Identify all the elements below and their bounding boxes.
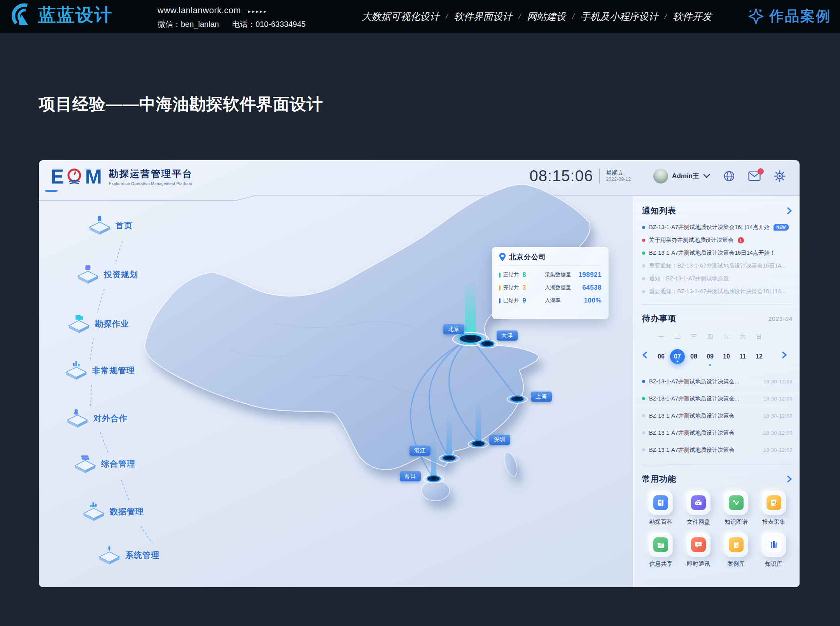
stat-lake-rate: 入湖率 100% [545,297,602,304]
calendar-next-icon[interactable] [782,351,787,359]
status-dot [642,226,645,229]
notification-row[interactable]: 通知：BZ-13-1-A7井测试地质设 [642,272,793,285]
todos-title: 待办事项 [642,313,676,324]
todo-row[interactable]: BZ-13-1-A7井测试地质设计决策会 10:30-12:00 [642,441,793,458]
taiwan-island [502,451,520,478]
fn-encyclopedia[interactable]: 勘探百科 [642,491,680,526]
fn-report-collect[interactable]: 报表采集 [755,491,793,526]
site-nav: 大数据可视化设计 / 软件界面设计 / 网站建设 / 手机及小程序设计 / 软件… [362,0,712,33]
section-divider [642,304,793,304]
site-info: www.lanlanwork.com ▸▸▸▸▸ 微信：ben_lanlan 电… [158,5,306,30]
city-label-shanghai[interactable]: 上海 [531,392,552,402]
mail-icon[interactable] [748,171,761,181]
fn-file-drive[interactable]: 文件网盘 [680,491,718,526]
sidebar-label: 数据管理 [110,506,144,517]
event-dot [677,360,679,362]
chevron-right-icon[interactable] [786,475,793,483]
city-label-tianjin[interactable]: 天津 [497,330,518,341]
notification-row[interactable]: BZ-13-1-A7井测试地质设计决策会16日14点开始 NEW [642,221,793,234]
platform-rocket2-icon [97,545,121,565]
todo-row[interactable]: BZ-13-1-A7井测试地质设计决策会 10:30-12:00 [642,407,793,424]
fn-instant-message[interactable]: 即时通讯 [680,533,718,568]
weekday-label: 一 [653,333,669,341]
hainan-island [422,481,450,501]
sidebar-item-cooperation[interactable]: 对外合作 [65,408,128,428]
tianjin-marker[interactable] [477,340,497,348]
notification-row[interactable]: 重要通知：BZ-13-1-A7井测试地质设计决策会16日14... [642,259,793,272]
weekday: 星期五 [606,169,631,177]
fn-case-library[interactable]: 案例库 [718,533,755,568]
notification-row[interactable]: BZ-13-1-A7井测试地质设计决策会16日14点开始！ [642,247,793,259]
calendar-date[interactable]: 12 [751,349,767,364]
fn-knowledge-base[interactable]: 知识库 [755,533,793,568]
todos-header: 待办事项 2023-04 [642,313,793,324]
sidebar-item-system[interactable]: 系统管理 [97,545,159,565]
shenzhen-marker[interactable] [468,440,488,448]
settings-gear-icon[interactable] [774,170,786,182]
nav-item-bigdata[interactable]: 大数据可视化设计 [362,10,439,23]
shenzhen-beam [476,400,481,443]
sidebar-item-exploration[interactable]: 勘探作业 [67,314,129,334]
nav-item-dev[interactable]: 软件开发 [673,10,712,23]
status-dot [642,431,645,434]
site-logo[interactable]: 蓝蓝设计 [10,3,113,27]
calendar-date[interactable]: 11 [735,349,751,364]
platform-books-icon [73,454,97,474]
stat-bar [499,285,500,290]
chevron-right-icon[interactable] [786,207,793,215]
shanghai-marker[interactable] [507,395,527,403]
city-label-beijing[interactable]: 北京 [443,324,464,334]
sidebar-item-general[interactable]: 综合管理 [73,454,135,474]
city-label-shenzhen[interactable]: 深圳 [489,435,510,445]
notification-row[interactable]: 重要通知：BZ-13-1-A7井测试地质设计决策会16日14... [642,285,793,298]
alert-icon: ! [738,237,744,243]
functions-title: 常用功能 [642,474,676,484]
clock: 08:15:06 [529,167,593,185]
notification-row[interactable]: 关于用举办井测试地质设计决策会 ! [642,234,793,247]
sidebar-item-home[interactable]: 首页 [88,215,133,236]
calendar-prev-icon[interactable] [642,351,648,359]
fn-knowledge-graph[interactable]: 知识图谱 [718,491,755,526]
portfolio-link[interactable]: 作品案例 [747,0,831,33]
status-dot [642,380,645,383]
calendar-date[interactable]: 09 [702,349,718,364]
todo-row[interactable]: BZ-13-1-A7井测试地质设计决策会... 10:30-12:00 [642,373,793,390]
nav-separator: / [572,12,574,21]
divider [599,169,600,184]
mail-badge [758,168,764,175]
platform-plan-icon [76,264,100,285]
calendar-date[interactable]: 10 [718,349,735,364]
calendar-date[interactable]: 08 [686,349,702,364]
fn-info-share[interactable]: 信息共享 [642,533,680,568]
user-menu[interactable]: Admin王 [653,169,710,184]
nav-item-software-ui[interactable]: 软件界面设计 [454,10,513,23]
arrows-decoration: ▸▸▸▸▸ [248,8,268,14]
haikou-beam [431,435,436,478]
language-globe-icon[interactable] [723,170,735,182]
sidebar-label: 系统管理 [125,550,159,561]
zhanjiang-marker[interactable] [439,455,459,462]
ecm-letter-e: E [51,165,63,188]
calendar-date[interactable]: 06 [653,349,669,364]
sidebar-item-unconventional[interactable]: 非常规管理 [64,360,135,381]
new-badge: NEW [774,224,789,231]
todo-row[interactable]: BZ-13-1-A7井测试地质设计决策会... 10:30-12:00 [642,390,793,407]
nav-item-mobile[interactable]: 手机及小程序设计 [581,10,658,23]
stat-drilled: 已钻井 9 [499,297,545,304]
site-wechat: 微信：ben_lanlan [158,19,219,30]
city-label-haikou[interactable]: 海口 [400,471,421,481]
status-dot [642,277,645,280]
nav-separator: / [446,12,448,21]
calendar-date-selected[interactable]: 07 [669,349,686,364]
nav-item-website[interactable]: 网站建设 [527,10,566,23]
site-logo-text: 蓝蓝设计 [38,3,113,27]
haikou-marker[interactable] [424,475,444,483]
app-subtitle: Exploration Operation Management Platfor… [109,182,193,186]
app-topbar: 08:15:06 星期五 2022-09-12 Admin王 [529,167,786,185]
city-label-zhanjiang[interactable]: 湛江 [410,446,430,456]
sidebar-label: 首页 [116,220,133,231]
sidebar-label: 投资规划 [104,269,138,280]
sidebar-item-data[interactable]: 数据管理 [82,502,144,522]
sidebar-item-investment[interactable]: 投资规划 [76,264,138,285]
todo-row[interactable]: BZ-13-1-A7井测试地质设计决策会 10:30-12:00 [642,424,793,441]
